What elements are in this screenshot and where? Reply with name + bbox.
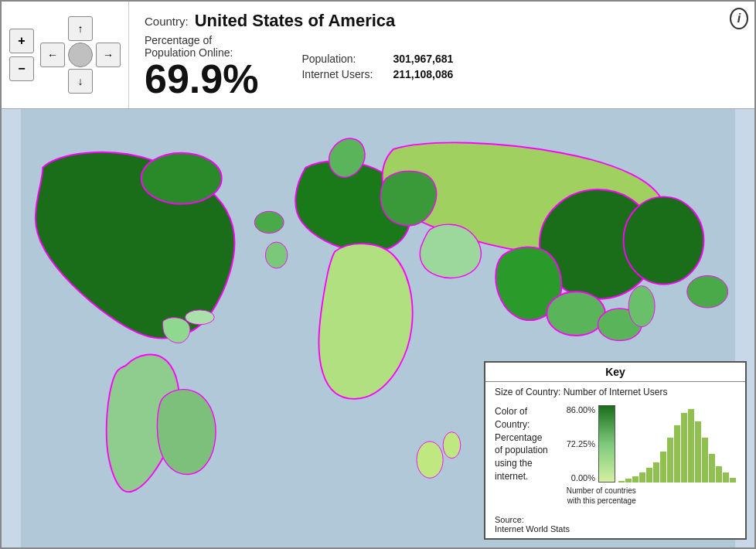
- legend-y-mid: 72.25%: [567, 439, 595, 448]
- svg-point-7: [417, 442, 443, 478]
- histogram-bar: [667, 438, 673, 483]
- legend-title: Key: [485, 363, 745, 382]
- histogram-bar: [723, 472, 729, 483]
- pct-value: 69.9%: [145, 59, 258, 99]
- country-info: Country: United States of America Percen…: [129, 2, 724, 108]
- legend-y-labels: 86.00% 72.25% 0.00%: [567, 405, 595, 483]
- header: + − ↑ ←: [2, 2, 754, 109]
- pan-down-button[interactable]: ↓: [68, 69, 93, 94]
- legend-histogram: [618, 405, 736, 483]
- svg-point-3: [624, 196, 704, 284]
- zoom-out-icon: −: [18, 62, 25, 76]
- histogram-bar: [632, 476, 639, 483]
- internet-users-value: 211,108,086: [393, 68, 453, 80]
- legend-y-min: 0.00%: [571, 473, 595, 483]
- pan-center-button[interactable]: [68, 43, 93, 67]
- population-row: Population: 301,967,681: [301, 53, 453, 65]
- nav-controls: + − ↑ ←: [2, 2, 129, 108]
- legend: Key Size of Country: Number of Internet …: [484, 361, 747, 540]
- legend-gradient-bar: [598, 405, 615, 483]
- histogram-bar: [646, 468, 652, 483]
- svg-point-8: [443, 432, 461, 459]
- svg-point-9: [687, 275, 728, 308]
- histogram-bar: [674, 425, 680, 483]
- histogram-bar: [716, 466, 722, 483]
- info-button[interactable]: i: [724, 2, 754, 108]
- country-label: Country:: [145, 15, 189, 28]
- histogram-bar: [695, 421, 701, 483]
- zoom-in-icon: +: [18, 34, 25, 48]
- internet-users-label: Internet Users:: [301, 68, 387, 80]
- country-name-row: Country: United States of America: [145, 11, 708, 31]
- svg-point-11: [265, 242, 287, 268]
- pan-down-icon: ↓: [78, 75, 83, 87]
- histogram-bar: [618, 481, 625, 483]
- internet-users-row: Internet Users: 211,108,086: [301, 68, 453, 80]
- pan-up-icon: ↑: [78, 22, 83, 35]
- country-name: United States of America: [195, 11, 396, 31]
- legend-chart-inner: 86.00% 72.25% 0.00%: [567, 405, 736, 483]
- legend-body: Color ofCountry:Percentageof populationu…: [485, 399, 745, 512]
- histogram-bar: [653, 462, 659, 483]
- histogram-bar: [709, 454, 715, 483]
- pan-left-icon: ←: [47, 49, 58, 61]
- histogram-bar: [730, 478, 736, 483]
- pop-section: Population: 301,967,681 Internet Users: …: [301, 53, 453, 80]
- legend-size-label: Size of Country: Number of Internet User…: [485, 382, 745, 399]
- pan-up-button[interactable]: ↑: [68, 16, 93, 41]
- legend-y-max: 86.00%: [567, 405, 595, 414]
- zoom-in-button[interactable]: +: [9, 29, 34, 53]
- map-container[interactable]: Key Size of Country: Number of Internet …: [2, 109, 754, 547]
- histogram-bar: [702, 438, 708, 483]
- pct-label: Percentage of Population Online:: [145, 34, 258, 59]
- histogram-bar: [660, 452, 666, 483]
- pan-right-icon: →: [103, 49, 114, 61]
- population-label: Population:: [301, 53, 387, 65]
- histogram-bar: [625, 479, 632, 483]
- legend-chart: 86.00% 72.25% 0.00% Number of countriesw…: [567, 405, 736, 506]
- stats-row: Percentage of Population Online: 69.9% P…: [145, 34, 708, 99]
- zoom-out-button[interactable]: −: [9, 56, 34, 81]
- histogram-bar: [639, 472, 645, 483]
- legend-x-label: Number of countrieswith this percentage: [567, 486, 636, 506]
- pct-section: Percentage of Population Online: 69.9%: [145, 34, 258, 99]
- legend-color-label: Color ofCountry:Percentageof populationu…: [495, 405, 557, 506]
- legend-source: Source:Source: Internet World StatsInter…: [485, 512, 745, 538]
- histogram-bar: [681, 413, 687, 483]
- histogram-bar: [688, 409, 694, 483]
- svg-point-13: [628, 286, 655, 327]
- svg-point-10: [254, 211, 284, 233]
- svg-point-12: [186, 310, 215, 325]
- pan-right-button[interactable]: →: [96, 43, 121, 67]
- app-container: + − ↑ ←: [0, 0, 756, 549]
- population-value: 301,967,681: [393, 53, 453, 65]
- svg-point-1: [141, 153, 222, 204]
- svg-point-4: [547, 292, 605, 336]
- pan-left-button[interactable]: ←: [40, 43, 65, 67]
- info-icon: i: [730, 8, 748, 29]
